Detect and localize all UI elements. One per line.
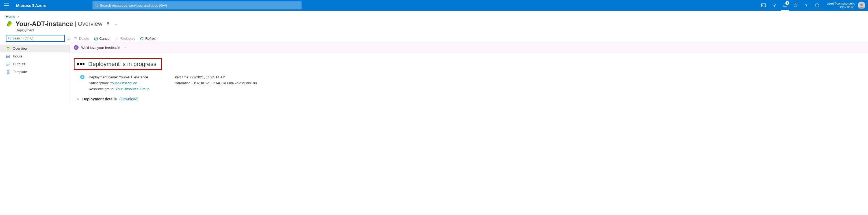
brand-label[interactable]: Microsoft Azure	[13, 3, 50, 8]
svg-line-15	[95, 37, 97, 40]
search-icon	[95, 3, 98, 7]
svg-point-8	[860, 3, 863, 6]
command-bar: Delete Cancel Redeploy Refresh	[70, 35, 868, 43]
feedback-banner[interactable]: We'd love your feedback! →	[70, 43, 868, 53]
arrow-right-icon: →	[123, 46, 126, 50]
sidebar-item-outputs[interactable]: Outputs	[0, 60, 70, 68]
notification-indicator	[781, 10, 789, 11]
deployment-status-text: Deployment is in progress	[88, 61, 156, 68]
feedback-rocket-icon	[74, 45, 79, 50]
deployment-name-value: Your-ADT-instance	[119, 75, 148, 79]
topbar-icon-group: 1 ? user@contoso.com CONTOSO	[758, 0, 868, 11]
summary-right-column: Start time: 6/2/2021, 11:24:14 AM Correl…	[174, 74, 257, 92]
cloud-shell-button[interactable]	[758, 0, 769, 11]
svg-point-12	[9, 63, 10, 63]
svg-point-6	[816, 5, 817, 5]
delete-button: Delete	[74, 36, 89, 41]
help-button[interactable]: ?	[801, 0, 812, 11]
sidebar-search-input[interactable]	[12, 36, 63, 40]
svg-point-13	[8, 65, 9, 65]
sidebar-item-inputs[interactable]: Inputs	[0, 52, 70, 60]
title-separator: |	[73, 20, 78, 27]
hamburger-icon	[4, 3, 9, 7]
breadcrumb-home[interactable]: Home	[6, 15, 15, 19]
azure-top-bar: Microsoft Azure 1 ? user@contoso.com	[0, 0, 868, 11]
svg-point-0	[95, 4, 97, 6]
svg-line-1	[97, 6, 98, 7]
content-pane: Delete Cancel Redeploy Refresh We'd love…	[70, 35, 868, 101]
cloud-shell-icon	[761, 3, 766, 7]
redeploy-button: Redeploy	[115, 36, 135, 41]
sidebar: « Overview Inputs Outputs Template	[0, 35, 70, 101]
resource-kind: Deployment	[0, 28, 868, 35]
correlation-id-value: A1bC2dE3fH4iJ5kL6mN7oP8qR9sT0u	[197, 81, 257, 85]
download-link[interactable]: (Download)	[119, 97, 138, 101]
feedback-text: We'd love your feedback!	[81, 46, 120, 50]
global-search-input[interactable]	[100, 3, 300, 7]
sidebar-item-label: Template	[13, 70, 27, 74]
refresh-icon	[140, 37, 144, 41]
global-search-box[interactable]	[92, 1, 302, 9]
svg-rect-2	[762, 4, 766, 7]
notifications-button[interactable]: 1	[779, 0, 790, 11]
resource-name: Your-ADT-instance	[16, 20, 73, 28]
feedback-face-button[interactable]	[812, 0, 823, 11]
directory-filter-button[interactable]	[769, 0, 779, 11]
subscription-link[interactable]: Your-Subscription	[110, 81, 137, 85]
tenant-label: CONTOSO	[827, 6, 855, 9]
smiley-icon	[815, 3, 819, 7]
resource-type-icon	[6, 20, 13, 28]
deployment-status-highlight: Deployment is in progress	[74, 58, 162, 70]
user-account-block[interactable]: user@contoso.com CONTOSO	[823, 2, 857, 9]
outputs-icon	[6, 62, 10, 66]
deployment-details-toggle[interactable]: Deployment details (Download)	[70, 92, 868, 101]
help-icon: ?	[804, 3, 808, 7]
start-time-value: 6/2/2021, 11:24:14 AM	[190, 75, 225, 79]
sidebar-item-label: Inputs	[13, 54, 22, 58]
progress-dots-icon	[77, 63, 85, 65]
page-title-row: Your-ADT-instance | Overview ···	[0, 20, 868, 28]
main-layout: « Overview Inputs Outputs Template	[0, 35, 868, 101]
global-search-wrap	[92, 1, 302, 9]
svg-point-7	[817, 5, 818, 5]
sidebar-item-overview[interactable]: Overview	[0, 45, 70, 52]
notification-badge: 1	[785, 1, 789, 5]
svg-text:?: ?	[806, 3, 808, 7]
more-button[interactable]: ···	[114, 22, 117, 26]
inputs-icon	[6, 54, 10, 58]
chevron-down-icon	[76, 98, 80, 101]
breadcrumb-separator: >	[16, 15, 20, 19]
deployment-details-label: Deployment details	[82, 97, 117, 101]
cancel-icon	[94, 37, 98, 41]
page-section: Overview	[78, 20, 102, 27]
resource-group-link[interactable]: Your-Resource-Group	[116, 87, 150, 91]
breadcrumb: Home >	[0, 11, 868, 20]
deployment-icon	[6, 20, 13, 27]
collapse-sidebar-button[interactable]: «	[67, 36, 70, 41]
deployment-resource-icon	[80, 74, 85, 80]
search-icon	[8, 37, 11, 40]
hamburger-menu-button[interactable]	[0, 0, 13, 11]
pin-button[interactable]	[106, 22, 110, 26]
sidebar-item-label: Overview	[13, 47, 27, 51]
trash-icon	[74, 37, 78, 41]
sidebar-search-box[interactable]	[6, 35, 65, 42]
svg-point-3	[795, 5, 797, 6]
overview-icon	[6, 47, 10, 51]
pin-icon	[106, 22, 110, 26]
user-email: user@contoso.com	[827, 2, 855, 6]
summary-left-column: Deployment name: Your-ADT-instance Subsc…	[89, 74, 149, 92]
sidebar-nav: Overview Inputs Outputs Template	[0, 45, 70, 76]
refresh-button[interactable]: Refresh	[140, 36, 158, 41]
svg-point-5	[815, 4, 819, 7]
sidebar-item-template[interactable]: Template	[0, 68, 70, 76]
settings-button[interactable]	[790, 0, 801, 11]
filter-icon	[772, 3, 776, 7]
template-icon	[6, 70, 10, 74]
avatar[interactable]	[858, 2, 865, 9]
sidebar-item-label: Outputs	[13, 62, 25, 66]
svg-point-9	[8, 37, 10, 39]
redeploy-icon	[115, 37, 119, 41]
cancel-button[interactable]: Cancel	[94, 36, 110, 41]
svg-line-10	[10, 39, 11, 40]
